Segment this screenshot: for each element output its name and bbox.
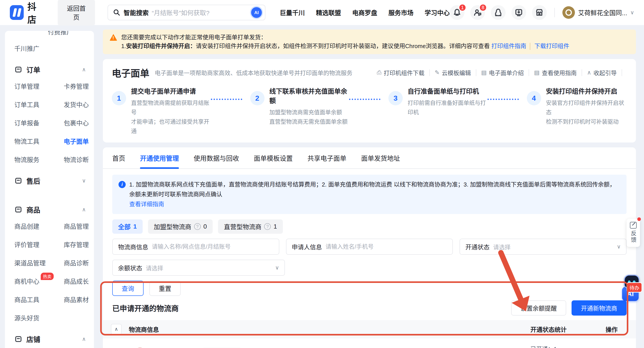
providers-table-header: ∧ 物流商信息 开通状态统计 操作 bbox=[103, 320, 636, 338]
tab[interactable]: 面单模板设置 bbox=[254, 153, 293, 168]
sidebar-item[interactable]: 订单报备 bbox=[14, 118, 51, 127]
sidebar-item[interactable]: 订单工具 bbox=[14, 100, 51, 109]
sidebar-item[interactable]: 物流诊断 bbox=[64, 155, 89, 164]
sidebar-section-header[interactable]: 售后 ∨ bbox=[14, 176, 86, 186]
set-balance-reminder-button[interactable]: 设置余额提醒 bbox=[511, 300, 566, 316]
sidebar-item[interactable]: 渠道品管理 bbox=[14, 258, 51, 267]
guide-link[interactable]: ⎙打印机组件下载 bbox=[377, 68, 424, 77]
step-description: 直营型物流商需提前获取月结账号 才能申请；也可通过接受共享开通 bbox=[131, 98, 212, 136]
applicant-info-input[interactable] bbox=[326, 243, 447, 250]
section-chevron-icon[interactable]: ∧ bbox=[82, 66, 86, 73]
shop-plus-icon[interactable] bbox=[532, 5, 547, 20]
sidebar-item-label: 商品成长 bbox=[64, 278, 89, 285]
guide-link[interactable]: ▤电子面单介绍 bbox=[481, 68, 524, 77]
pill-label: 全部 bbox=[118, 222, 130, 231]
account-menu[interactable]: 艾荷鲜花全国同... ∨ bbox=[562, 6, 634, 19]
sidebar-section-items: 订单管理 卡券管理 订单工具 发货中心 订单报备 包裹中心 物流工具 bbox=[14, 82, 86, 164]
reset-button[interactable]: 重置 bbox=[149, 281, 181, 296]
sidebar-item[interactable]: 库存管理 bbox=[64, 240, 89, 249]
sidebar-item[interactable]: 商机中心热卖 bbox=[14, 277, 51, 286]
guide-link[interactable]: ▤查看使用指南 bbox=[534, 68, 577, 77]
top-nav-link[interactable]: 电商罗盘 bbox=[352, 8, 377, 17]
tab[interactable]: 使用数据与回收 bbox=[194, 153, 239, 168]
sidebar-item[interactable]: 发货中心 bbox=[64, 100, 89, 109]
providers-section-title: 已申请开通的物流商 bbox=[112, 302, 179, 313]
tab[interactable]: 首页 bbox=[112, 153, 125, 168]
sidebar-section-title: 店铺 bbox=[26, 334, 78, 344]
top-nav-link[interactable]: 学习中心 bbox=[425, 8, 450, 17]
pill-count: 1 bbox=[274, 223, 277, 230]
top-nav-link[interactable]: 服务市场 bbox=[388, 8, 414, 17]
sidebar-item[interactable]: 评价管理 bbox=[14, 240, 51, 249]
section-chevron-icon[interactable]: ∨ bbox=[82, 178, 86, 184]
download-client-icon[interactable] bbox=[512, 5, 526, 20]
guide-link[interactable]: ∧收起引导 bbox=[587, 68, 617, 77]
download-print-component-link[interactable]: 下载打印组件 bbox=[534, 43, 569, 50]
filter-pill[interactable]: 加盟型物流商 ? 0 bbox=[148, 220, 213, 234]
ai-assistant-widget[interactable]: AI 待办 bbox=[622, 275, 641, 301]
open-new-provider-button[interactable]: 开通新物流商 bbox=[572, 300, 626, 316]
top-nav-link[interactable]: 巨量千川 bbox=[280, 8, 305, 17]
column-open-status-stats: 开通状态统计 bbox=[530, 325, 602, 334]
sidebar-item[interactable]: 商品管理 bbox=[64, 222, 89, 230]
sidebar-item-label: 卡券管理 bbox=[64, 83, 89, 90]
print-component-guide-link[interactable]: 打印组件指南 bbox=[491, 43, 526, 50]
detail-guide-link[interactable]: 查看详细指南 bbox=[129, 199, 620, 209]
provider-info-input[interactable] bbox=[152, 243, 274, 250]
feedback-label: 反馈 bbox=[629, 230, 637, 243]
sidebar-item[interactable]: 卡券管理 bbox=[64, 82, 89, 90]
back-home-button[interactable]: 返回首页 bbox=[58, 0, 95, 26]
sidebar-item-qianchuan[interactable]: 千川推广 bbox=[14, 44, 86, 53]
sidebar-item[interactable]: 物流工具 bbox=[14, 137, 51, 146]
query-button[interactable]: 查询 bbox=[112, 281, 144, 296]
sidebar-section-header[interactable]: 订单 ∧ bbox=[14, 64, 86, 74]
ai-search-icon[interactable]: AI bbox=[251, 7, 262, 18]
page-subtitle: 电子面单是一项帮助商家高效、低成本地获取快递单号并打印面单的物流服务 bbox=[155, 68, 352, 77]
sidebar-section-title: 售后 bbox=[26, 176, 78, 186]
sidebar-item[interactable]: 商品成长 bbox=[64, 277, 89, 286]
collapse-all-chevron[interactable]: ∧ bbox=[111, 324, 122, 334]
sidebar-item[interactable]: 商品工具 bbox=[14, 295, 51, 304]
smart-search-box[interactable]: 智能搜索 “月结账号”如何获取? AI bbox=[108, 5, 266, 20]
feedback-button[interactable]: 反馈 bbox=[626, 219, 640, 247]
filter-pill[interactable]: 全部 1 bbox=[112, 220, 143, 234]
sidebar-item[interactable]: 电子面单 bbox=[64, 137, 89, 146]
sidebar-item-label: 商品诊断 bbox=[64, 260, 89, 267]
sidebar-item-label: 订单报备 bbox=[14, 120, 39, 127]
sidebar-item[interactable]: 源头好货 bbox=[14, 313, 51, 322]
sidebar-item[interactable]: 商品素材 bbox=[64, 295, 89, 304]
app-logo[interactable]: 抖店 bbox=[10, 0, 45, 26]
sidebar-section-header[interactable]: 商品 ∧ bbox=[14, 204, 86, 214]
sidebar-item[interactable]: 商品创建 bbox=[14, 222, 51, 230]
filter-pill[interactable]: 直营型物流商 ? 1 bbox=[218, 220, 283, 234]
sidebar-item[interactable]: 包裹中心 bbox=[64, 118, 89, 127]
section-chevron-icon[interactable]: ∧ bbox=[82, 336, 86, 342]
sidebar-item[interactable]: 商品诊断 bbox=[64, 258, 89, 267]
guide-link-icon: ⎙ bbox=[377, 69, 382, 76]
tab[interactable]: 共享电子面单 bbox=[308, 153, 346, 168]
guide-link[interactable]: ✎云模板编辑 bbox=[435, 68, 471, 77]
tab[interactable]: 开通使用管理 bbox=[140, 153, 179, 168]
penguin-icon[interactable] bbox=[491, 5, 506, 20]
sidebar-item-clipped[interactable]: 付费推广 bbox=[14, 31, 86, 36]
applicant-info-field[interactable]: 申请人信息 bbox=[286, 239, 453, 255]
sidebar-item-label: 源头好货 bbox=[14, 315, 39, 322]
step-body: 提交电子面单开通申请 直营型物流商需提前获取月结账号 才能申请；也可通过接受共享… bbox=[131, 86, 212, 136]
customer-service-icon[interactable]: 8 bbox=[470, 5, 485, 20]
notification-bell-icon[interactable]: 1 bbox=[450, 5, 464, 20]
sidebar-section-header[interactable]: 店铺 ∧ bbox=[14, 334, 86, 344]
tab[interactable]: 面单发货地址 bbox=[361, 153, 400, 168]
sidebar-item-label: 商品工具 bbox=[14, 296, 39, 304]
sidebar-item[interactable]: 订单管理 bbox=[14, 82, 51, 90]
search-label: 智能搜索 bbox=[124, 8, 149, 17]
filter-row-2: 余额状态 请选择 ∨ bbox=[112, 260, 626, 276]
provider-info-field[interactable]: 物流商信息 bbox=[112, 239, 279, 255]
guide-link-icon: ∧ bbox=[587, 69, 591, 76]
top-nav-link[interactable]: 精选联盟 bbox=[316, 8, 341, 17]
section-chevron-icon[interactable]: ∧ bbox=[82, 206, 86, 213]
guide-link-label: 收起引导 bbox=[594, 68, 617, 77]
provider-stats-cell: 已开通：1 物流商审核中：0 审核不通过：0 bbox=[530, 344, 602, 348]
sidebar-item[interactable]: 物流服务 bbox=[14, 155, 51, 164]
balance-status-select[interactable]: 余额状态 请选择 ∨ bbox=[112, 260, 285, 276]
open-status-select[interactable]: 开通状态 请选择 ∨ bbox=[460, 239, 626, 255]
